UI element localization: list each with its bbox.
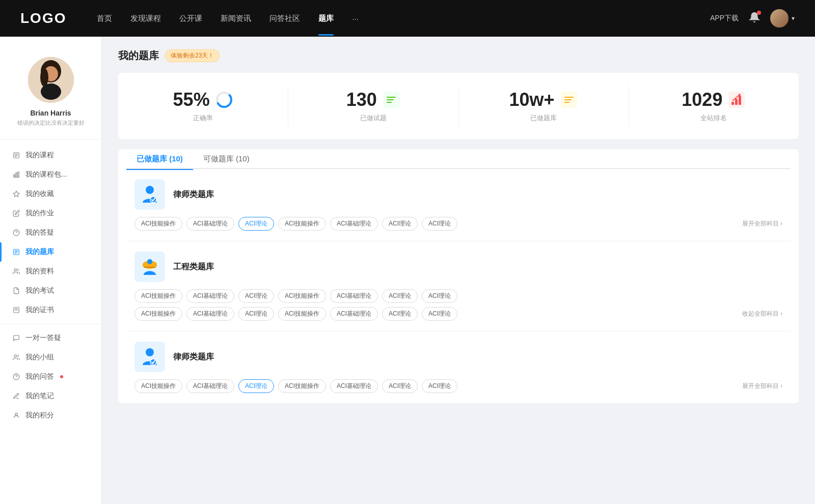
navbar: LOGO 首页 发现课程 公开课 新闻资讯 问答社区 题库 ··· APP下载 … [0,0,815,37]
sidebar-item-favorites[interactable]: 我的收藏 [0,184,101,204]
bar-red-icon [727,91,746,109]
tag[interactable]: ACI技能操作 [278,379,326,393]
sidebar-item-label: 我的小组 [25,353,54,362]
sidebar-item-course-package[interactable]: 我的课程包... [0,165,101,184]
stat-questions: 130 已做试题 [288,85,458,127]
nav-home[interactable]: 首页 [97,14,112,23]
sidebar-item-notes[interactable]: 我的笔记 [0,386,101,406]
tag[interactable]: ACI理论 [422,307,457,321]
tag[interactable]: ACI理论 [382,289,418,303]
sidebar-item-label: 我的收藏 [25,189,54,199]
sidebar-item-1on1[interactable]: 一对一答疑 [0,328,101,348]
notification-bell[interactable] [749,12,760,25]
sidebar-item-qa-mine[interactable]: 我的答疑 [0,223,101,242]
bank-header-2: 工程类题库 [134,251,782,282]
tag[interactable]: ACI理论 [382,217,418,231]
bank-icon-lawyer-1 [134,179,165,210]
stat-label-ranking: 全站排名 [639,114,789,123]
tag[interactable]: ACI理论 [382,307,418,321]
sidebar-item-group[interactable]: 我的小组 [0,348,101,367]
svg-point-48 [146,348,154,356]
expand-btn-1[interactable]: 展开全部科目 › [742,219,782,228]
svg-rect-40 [739,96,741,105]
pencil-icon [12,392,20,400]
sidebar-item-courses[interactable]: 我的课程 [0,146,101,165]
sidebar-item-homework[interactable]: 我的作业 [0,204,101,223]
svg-point-47 [147,259,152,264]
tag[interactable]: ACI基础理论 [330,307,378,321]
tag[interactable]: ACI基础理论 [330,379,378,393]
tag[interactable]: ACI基础理论 [186,379,234,393]
list-yellow-icon [560,91,578,109]
nav-news[interactable]: 新闻资讯 [221,14,251,23]
nav-quiz[interactable]: 题库 [318,14,334,23]
bank-icon-engineer [134,251,165,282]
tag-active[interactable]: ACI理论 [238,379,274,393]
user-avatar-area[interactable]: ▾ [770,9,795,27]
tag[interactable]: ACI技能操作 [134,217,182,231]
sidebar-item-questions[interactable]: 我的问答 [0,367,101,386]
svg-rect-11 [18,172,19,178]
tab-done[interactable]: 已做题库 (10) [126,149,193,169]
bank-section-3: 律师类题库 ACI技能操作 ACI基础理论 ACI理论 ACI技能操作 ACI基… [126,331,791,403]
expand-btn-3[interactable]: 展开全部科目 › [742,382,782,390]
group-icon [12,353,20,361]
tag[interactable]: ACI理论 [382,379,418,393]
bank-header-1: 律师类题库 [134,179,782,210]
trial-badge: 体验剩余23天！ [165,49,220,62]
sidebar-item-certificate[interactable]: 我的证书 [0,300,101,320]
svg-rect-30 [387,97,396,98]
tag[interactable]: ACI理论 [238,289,274,303]
app-download-btn[interactable]: APP下载 [710,14,739,23]
tag[interactable]: ACI技能操作 [134,379,182,393]
tag[interactable]: ACI理论 [422,379,457,393]
tag-active[interactable]: ACI理论 [238,217,274,231]
sidebar-item-label: 我的考试 [25,286,54,295]
tag[interactable]: ACI技能操作 [278,307,326,321]
stat-value-questions: 130 [346,89,377,110]
page-title: 我的题库 [118,49,159,63]
sidebar-item-exam[interactable]: 我的考试 [0,281,101,300]
tab-available[interactable]: 可做题库 (10) [193,149,260,169]
collapse-btn-2[interactable]: 收起全部科目 › [742,310,782,318]
list-green-icon [382,91,400,109]
unread-dot [60,375,63,378]
tag[interactable]: ACI技能操作 [278,289,326,303]
avatar [770,9,789,27]
bank-title-1: 律师类题库 [173,189,214,200]
tag[interactable]: ACI理论 [422,289,457,303]
tags-row-2-row2: ACI技能操作 ACI基础理论 ACI理论 ACI技能操作 ACI基础理论 AC… [134,307,782,321]
tag[interactable]: ACI技能操作 [134,289,182,303]
tag[interactable]: ACI理论 [238,307,274,321]
tag[interactable]: ACI技能操作 [134,307,182,321]
bank-icon-lawyer-3 [134,342,165,372]
nav-more[interactable]: ··· [352,14,359,23]
sidebar-motto: 错误的决定比没有决定要好 [8,119,93,127]
tag[interactable]: ACI基础理论 [186,289,234,303]
bank-title-3: 律师类题库 [173,352,214,362]
stat-value-accuracy: 55% [173,89,210,110]
sidebar-item-label: 我的资料 [25,267,54,276]
nav-open-course[interactable]: 公开课 [179,14,202,23]
tag[interactable]: ACI基础理论 [330,217,378,231]
bank-title-2: 工程类题库 [173,262,214,272]
nav-discover[interactable]: 发现课程 [130,14,161,23]
tag[interactable]: ACI基础理论 [186,217,234,231]
sidebar-item-points[interactable]: 我的积分 [0,406,101,425]
page-header: 我的题库 体验剩余23天！ [118,49,799,63]
tag[interactable]: ACI基础理论 [330,289,378,303]
tag[interactable]: ACI技能操作 [278,217,326,231]
star-icon [12,190,20,198]
main-content: 我的题库 体验剩余23天！ 55% 正确率 [102,37,815,504]
user-icon [12,411,20,419]
svg-rect-32 [387,102,392,103]
tag[interactable]: ACI理论 [422,217,457,231]
sidebar-item-profile[interactable]: 我的资料 [0,262,101,281]
navbar-right: APP下载 ▾ [710,9,795,27]
question-icon [12,229,20,237]
svg-rect-34 [564,97,574,98]
svg-rect-9 [14,175,15,177]
nav-qa[interactable]: 问答社区 [269,14,300,23]
sidebar-item-quiz-bank[interactable]: 我的题库 [0,242,101,262]
tag[interactable]: ACI基础理论 [186,307,234,321]
